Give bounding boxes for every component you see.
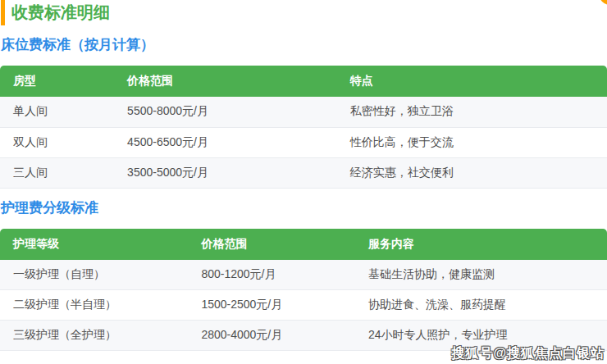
page-title-row: 收费标准明细 [0,0,607,25]
cell-features: 经济实惠，社交便利 [337,157,607,188]
title-accent-bar [1,0,5,25]
cell-room-type: 三人间 [0,157,114,188]
column-header-price-range: 价格范围 [114,66,337,97]
cell-nursing-level: 二级护理（半自理） [0,290,188,321]
column-header-service-content: 服务内容 [355,229,607,260]
table-header-row: 房型 价格范围 特点 [0,66,607,97]
subtitle-bed-fee: 床位费标准（按月计算） [1,37,607,53]
page-title: 收费标准明细 [11,0,110,25]
cell-price-range: 3500-5000元/月 [114,157,337,188]
fee-standard-page: 收费标准明细 床位费标准（按月计算） 房型 价格范围 特点 单人间 5500-8… [0,0,607,364]
cell-price-range: 2800-4000元/月 [188,321,355,351]
cell-nursing-level: 一级护理（自理） [0,260,188,290]
table-header-row: 护理等级 价格范围 服务内容 [0,229,607,260]
subtitle-nursing-fee: 护理费分级标准 [1,200,607,216]
table-row: 单人间 5500-8000元/月 私密性好，独立卫浴 [0,97,607,127]
column-header-nursing-level: 护理等级 [0,229,188,260]
table-row: 三人间 3500-5000元/月 经济实惠，社交便利 [0,157,607,188]
cell-price-range: 1500-2500元/月 [188,290,355,321]
table-row: 二级护理（半自理） 1500-2500元/月 协助进食、洗澡、服药提醒 [0,290,607,321]
column-header-room-type: 房型 [0,66,114,97]
cell-features: 私密性好，独立卫浴 [337,97,607,127]
cell-features: 性价比高，便于交流 [337,127,607,157]
cell-room-type: 双人间 [0,127,114,157]
cell-price-range: 800-1200元/月 [188,260,355,290]
cell-service-content: 协助进食、洗澡、服药提醒 [355,290,607,321]
cell-nursing-level: 三级护理（全护理） [0,321,188,351]
bed-fee-table: 房型 价格范围 特点 单人间 5500-8000元/月 私密性好，独立卫浴 双人… [0,66,607,189]
column-header-features: 特点 [337,66,607,97]
watermark: 搜狐号@搜狐焦点白银站 [451,345,605,362]
cell-service-content: 基础生活协助，健康监测 [355,260,607,290]
cell-room-type: 单人间 [0,97,114,127]
column-header-price-range: 价格范围 [188,229,355,260]
cell-price-range: 5500-8000元/月 [114,97,337,127]
cell-price-range: 4500-6500元/月 [114,127,337,157]
table-row: 双人间 4500-6500元/月 性价比高，便于交流 [0,127,607,157]
table-row: 一级护理（自理） 800-1200元/月 基础生活协助，健康监测 [0,260,607,290]
nursing-fee-table: 护理等级 价格范围 服务内容 一级护理（自理） 800-1200元/月 基础生活… [0,229,607,352]
